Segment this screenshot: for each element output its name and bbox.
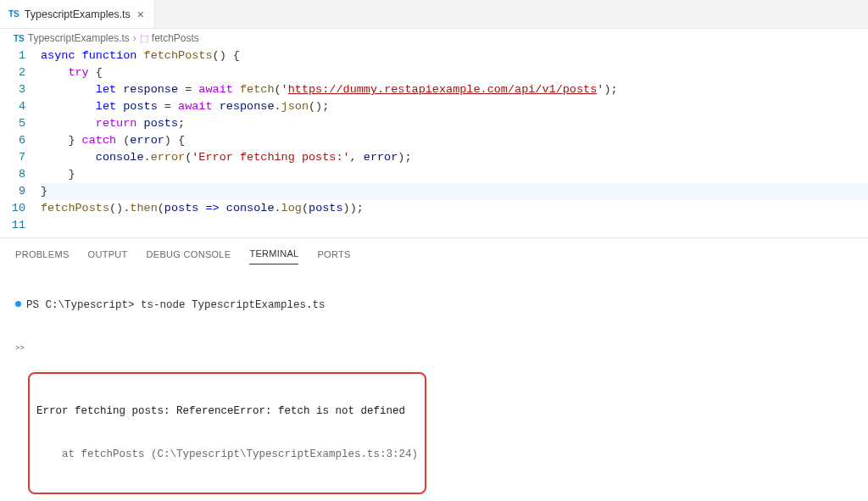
editor-tab-bar: TS TypescriptExamples.ts × [0,0,868,29]
method-icon: ⬚ [140,33,148,44]
panel-tab-output[interactable]: OUTPUT [88,249,128,264]
code-line[interactable]: async function fetchPosts() { [41,47,868,64]
panel-tab-terminal[interactable]: TERMINAL [249,248,298,264]
panel-tab-ports[interactable]: PORTS [317,249,350,264]
code-line[interactable]: } [41,166,868,183]
terminal-error-main: Error fetching posts: ReferenceError: fe… [36,404,418,419]
code-line[interactable]: fetchPosts().then(posts => console.log(p… [41,200,868,217]
breadcrumb-symbol[interactable]: fetchPosts [152,32,199,44]
ts-icon: TS [8,9,19,19]
terminal-prompt-line: PS C:\Typescript> ts-node TypescriptExam… [15,298,853,313]
terminal-panel[interactable]: PS C:\Typescript> ts-node TypescriptExam… [0,264,868,501]
code-line[interactable]: return posts; [41,115,868,132]
code-line[interactable]: let posts = await response.json(); [41,98,868,115]
panel-tab-problems[interactable]: PROBLEMS [15,249,70,264]
bottom-panel-tabs: PROBLEMSOUTPUTDEBUG CONSOLETERMINALPORTS [0,237,868,264]
terminal-error-at: at fetchPosts (C:\Typescript\TypescriptE… [36,448,418,462]
chevron-right-icon: › [133,32,136,44]
panel-tab-debug-console[interactable]: DEBUG CONSOLE [147,249,231,264]
ts-icon: TS [14,34,25,43]
close-icon[interactable]: × [136,8,146,20]
code-line[interactable]: try { [41,64,868,81]
breadcrumb[interactable]: TS TypescriptExamples.ts › ⬚ fetchPosts [0,29,868,47]
editor-tab-typescriptexamples[interactable]: TS TypescriptExamples.ts × [0,0,155,28]
code-line[interactable]: } [41,183,868,200]
terminal-error-highlight: Error fetching posts: ReferenceError: fe… [28,372,426,494]
code-line[interactable]: } catch (error) { [41,132,868,149]
breadcrumb-file[interactable]: TypescriptExamples.ts [28,32,130,44]
code-content[interactable]: async function fetchPosts() { try { let … [37,47,868,234]
code-line[interactable]: let response = await fetch('https://dumm… [41,81,868,98]
code-line[interactable]: console.error('Error fetching posts:', e… [41,149,868,166]
line-number-gutter: 1234567891011 [0,47,37,234]
code-editor[interactable]: 1234567891011 async function fetchPosts(… [0,47,868,234]
terminal-prompt-path: PS C:\Typescript> [26,299,135,311]
status-dot-icon [15,301,21,307]
terminal-command: ts-node TypescriptExamples.ts [141,299,326,311]
terminal-raw-marker: >> [15,342,853,356]
tab-filename: TypescriptExamples.ts [25,8,131,20]
